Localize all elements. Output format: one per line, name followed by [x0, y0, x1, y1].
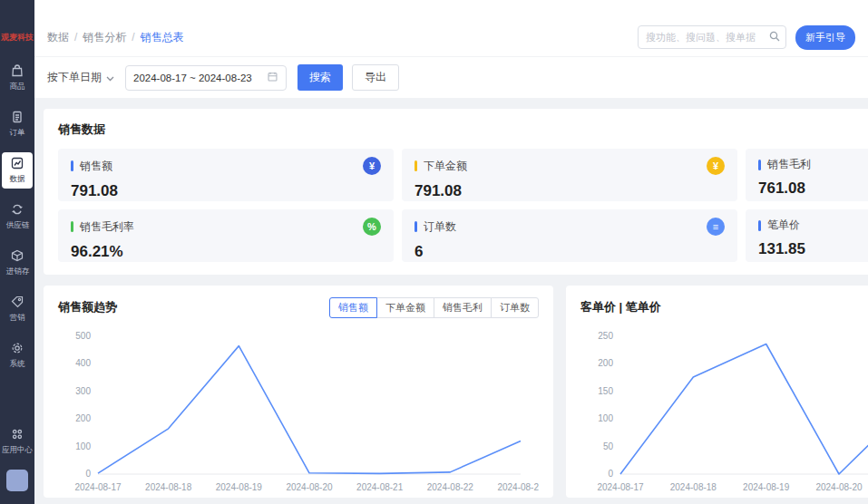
avg-price-chart: 0501001502002502024-08-172024-08-182024-… [580, 324, 868, 498]
breadcrumb-item[interactable]: 销售分析 [83, 30, 126, 45]
percent-icon: % [363, 218, 381, 236]
header-top-row: 数据 / 销售分析 / 销售总表 新手引导 [34, 0, 868, 56]
svg-text:2024-08-17: 2024-08-17 [74, 482, 122, 492]
marketing-tag-icon [10, 295, 24, 309]
accent-bar [758, 220, 761, 231]
sidebar-item-orders[interactable]: 订单 [2, 106, 33, 142]
svg-text:150: 150 [598, 386, 613, 396]
svg-text:2024-08-20: 2024-08-20 [815, 482, 863, 492]
svg-text:2024-08-19: 2024-08-19 [216, 482, 263, 492]
sales-trend-card: 销售额趋势 销售额 下单金额 销售毛利 订单数 0100200300400500… [44, 286, 553, 498]
avg-price-title: 客单价 | 笔单价 [580, 299, 868, 315]
stat-tile-sales-amount: 销售额 ¥ 791.08 [58, 149, 394, 201]
tab-order-count[interactable]: 订单数 [491, 297, 539, 318]
sidebar-item-inventory[interactable]: 进销存 [2, 245, 33, 281]
yuan-icon: ¥ [707, 157, 725, 175]
yuan-icon: ¥ [363, 157, 381, 175]
svg-text:2024-08-18: 2024-08-18 [145, 482, 192, 492]
breadcrumb-current: 销售总表 [141, 30, 184, 45]
metric-tabs: 销售额 下单金额 销售毛利 订单数 [329, 297, 539, 318]
sales-trend-title: 销售额趋势 [58, 299, 329, 315]
data-chart-icon [10, 156, 24, 170]
accent-bar [414, 221, 417, 232]
sidebar-item-system[interactable]: 系统 [2, 337, 33, 373]
stat-label: 笔单价 [767, 218, 868, 233]
svg-text:2024-08-18: 2024-08-18 [670, 482, 717, 492]
sidebar-item-marketing[interactable]: 营销 [2, 291, 33, 327]
supply-chain-icon [10, 202, 24, 217]
breadcrumb-item[interactable]: 数据 [47, 30, 69, 45]
date-range-value: 2024-08-17 ~ 2024-08-23 [133, 73, 252, 83]
svg-text:250: 250 [598, 331, 613, 341]
sidebar-item-label: 订单 [9, 128, 24, 139]
sidebar-item-goods[interactable]: 商品 [2, 60, 33, 96]
svg-text:2024-08-23: 2024-08-23 [497, 482, 539, 492]
gear-icon [10, 341, 24, 355]
stat-tile-gross-profit: 销售毛利 761.08 [746, 149, 868, 201]
sidebar-item-label: 数据 [9, 174, 24, 185]
stat-label: 销售额 [80, 159, 363, 174]
header: 数据 / 销售分析 / 销售总表 新手引导 按下单日期 [34, 0, 868, 98]
stat-value: 96.21% [71, 243, 381, 261]
charts-row: 销售额趋势 销售额 下单金额 销售毛利 订单数 0100200300400500… [44, 286, 859, 498]
breadcrumb-separator: / [132, 31, 134, 44]
tab-sales-amount[interactable]: 销售额 [329, 297, 377, 318]
stat-tile-gross-margin: 销售毛利率 % 96.21% [58, 209, 394, 262]
svg-text:2024-08-22: 2024-08-22 [427, 482, 474, 492]
accent-bar [71, 221, 73, 232]
stat-value: 6 [414, 243, 725, 261]
tab-order-amount[interactable]: 下单金额 [376, 297, 434, 318]
stat-value: 761.08 [758, 179, 868, 198]
date-field-label: 按下单日期 [47, 70, 102, 85]
breadcrumb: 数据 / 销售分析 / 销售总表 [47, 30, 184, 45]
sidebar-item-label: 进销存 [5, 267, 29, 277]
goods-icon [10, 63, 24, 78]
sales-data-card: 销售数据 销售额 ¥ 791.08 下单金额 ¥ 7 [44, 109, 868, 275]
sidebar-item-label: 系统 [9, 359, 24, 370]
tab-gross-profit[interactable]: 销售毛利 [434, 297, 492, 318]
sidebar-item-app-center[interactable]: 应用中心 [2, 423, 33, 460]
stat-value: 791.08 [71, 182, 381, 200]
svg-text:0: 0 [85, 469, 91, 479]
date-field-select[interactable]: 按下单日期 [47, 70, 114, 85]
sidebar-item-label: 应用中心 [2, 444, 33, 455]
app-logo: 观麦科技 [1, 33, 34, 42]
sidebar-item-supply-chain[interactable]: 供应链 [2, 199, 33, 235]
accent-bar [71, 160, 73, 171]
svg-text:400: 400 [75, 358, 91, 368]
stat-value: 131.85 [758, 240, 868, 258]
stat-label: 订单数 [424, 219, 707, 235]
sidebar-bottom-badge[interactable] [6, 470, 28, 491]
svg-text:200: 200 [75, 413, 91, 423]
svg-text:2024-08-19: 2024-08-19 [743, 482, 790, 492]
sales-trend-chart: 01002003004005002024-08-172024-08-182024… [58, 324, 539, 498]
svg-text:300: 300 [75, 386, 91, 396]
app-grid-icon [10, 427, 24, 441]
newbie-guide-button[interactable]: 新手引导 [795, 25, 855, 50]
svg-text:500: 500 [75, 331, 91, 341]
sidebar-item-data[interactable]: 数据 [2, 152, 33, 189]
stat-label: 销售毛利 [767, 157, 868, 172]
sidebar-item-label: 供应链 [5, 220, 29, 231]
stat-label: 销售毛利率 [80, 219, 363, 235]
date-range-input[interactable]: 2024-08-17 ~ 2024-08-23 [125, 65, 287, 91]
filter-bar: 按下单日期 2024-08-17 ~ 2024-08-23 搜索 导出 [34, 56, 868, 98]
stat-tiles: 销售额 ¥ 791.08 下单金额 ¥ 791.08 [58, 149, 868, 262]
sidebar: 观麦科技 商品 订单 数据 供应链 [0, 0, 34, 504]
stat-tile-order-amount: 下单金额 ¥ 791.08 [402, 149, 737, 201]
stat-tile-avg-order-value: 笔单价 131.85 [746, 209, 868, 262]
order-doc-icon: ≡ [707, 218, 725, 236]
svg-text:2024-08-20: 2024-08-20 [286, 482, 333, 492]
sales-data-title: 销售数据 [58, 121, 868, 138]
svg-text:2024-08-21: 2024-08-21 [356, 482, 404, 492]
search-input[interactable] [638, 25, 786, 49]
search-button[interactable]: 搜索 [297, 64, 343, 91]
export-button[interactable]: 导出 [352, 64, 399, 91]
avg-price-card: 客单价 | 笔单价 0501001502002502024-08-172024-… [566, 286, 868, 498]
sidebar-item-label: 营销 [9, 313, 24, 324]
svg-text:100: 100 [598, 413, 613, 423]
calendar-icon [267, 71, 278, 84]
svg-text:2024-08-17: 2024-08-17 [597, 482, 644, 492]
stat-value: 791.08 [414, 182, 725, 200]
inventory-cube-icon [10, 248, 24, 263]
